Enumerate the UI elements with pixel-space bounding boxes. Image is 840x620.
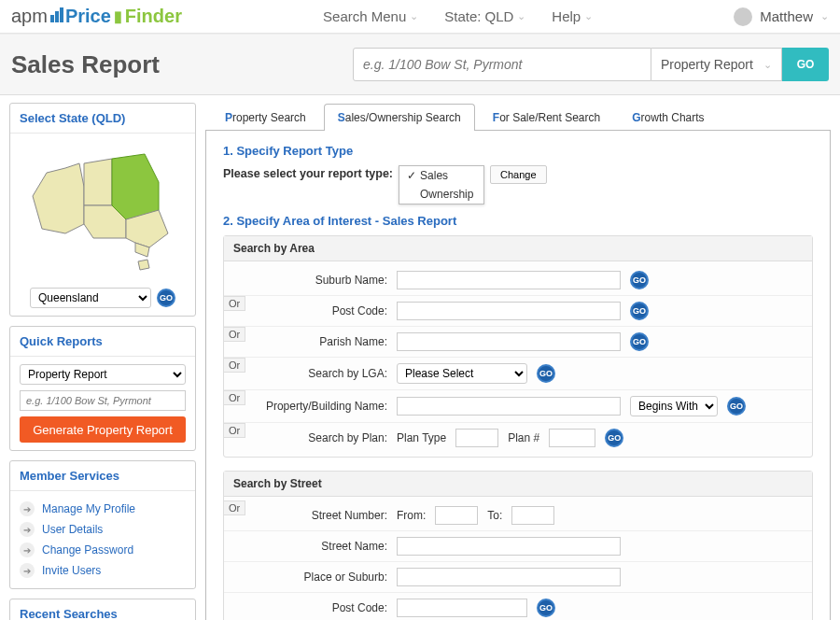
street-name-label: Street Name: — [233, 540, 387, 553]
dropdown-option-sales[interactable]: ✓Sales — [399, 166, 483, 185]
postcode-label: Post Code: — [233, 304, 387, 317]
search-by-street-group: Search by Street Or Street Number: From:… — [223, 471, 813, 620]
or-badge: Or — [223, 500, 245, 515]
generate-report-button[interactable]: Generate Property Report — [20, 416, 186, 443]
property-name-label: Property/Building Name: — [233, 400, 387, 413]
top-nav: Search Menu ⌄ State: QLD ⌄ Help ⌄ — [323, 8, 593, 24]
nav-help-label: Help — [552, 8, 581, 24]
tab-content: 1. Specify Report Type Please select you… — [205, 131, 831, 620]
or-badge: Or — [223, 423, 245, 438]
global-search: Property Report ⌄ GO — [353, 48, 829, 81]
tab-sales-ownership[interactable]: Sales/Ownership Search — [324, 104, 475, 131]
chevron-down-icon: ⌄ — [584, 10, 593, 22]
street-number-label: Street Number: — [233, 509, 387, 522]
street-from-input[interactable] — [435, 506, 478, 525]
logo-bars-icon — [49, 6, 63, 27]
tab-property-search[interactable]: Property Search — [211, 104, 320, 131]
sidebar: Select State (QLD) Queensland GO — [9, 103, 196, 620]
nav-help[interactable]: Help ⌄ — [552, 8, 593, 24]
tab-for-sale-rent[interactable]: For Sale/Rent Search — [479, 104, 614, 131]
ms-manage-profile[interactable]: ➔Manage My Profile — [20, 499, 186, 519]
plan-no-label: Plan # — [508, 431, 539, 444]
plan-type-input[interactable] — [455, 429, 498, 447]
search-by-area-head: Search by Area — [224, 236, 812, 261]
nav-search-menu[interactable]: Search Menu ⌄ — [323, 8, 418, 24]
chevron-down-icon: ⌄ — [517, 10, 525, 22]
street-to-input[interactable] — [511, 506, 554, 525]
australia-map-icon[interactable] — [28, 145, 177, 275]
or-badge: Or — [223, 327, 245, 342]
parish-label: Parish Name: — [233, 335, 387, 348]
logo-price: Price — [65, 6, 111, 27]
ms-user-details[interactable]: ➔User Details — [20, 519, 186, 540]
report-type-dropdown[interactable]: ✓Sales Ownership — [399, 165, 484, 204]
global-search-type-select[interactable]: Property Report ⌄ — [651, 48, 782, 81]
chevron-down-icon: ⌄ — [763, 59, 772, 71]
or-badge: Or — [223, 296, 245, 311]
logo-apm: apm — [11, 6, 48, 27]
from-label: From: — [397, 509, 426, 522]
to-label: To: — [487, 509, 502, 522]
quick-report-type-select[interactable]: Property Report — [20, 364, 186, 385]
tab-bar: Property Search Sales/Ownership Search F… — [205, 103, 831, 131]
search-by-area-group: Search by Area Suburb Name: GO Or Post C… — [223, 235, 813, 458]
logo[interactable]: apm Price ▮ Finder — [11, 6, 182, 27]
arrow-right-icon: ➔ — [20, 563, 35, 578]
title-bar: Sales Report Property Report ⌄ GO — [0, 34, 840, 95]
logo-finder: Finder — [125, 6, 182, 27]
lga-go-button[interactable]: GO — [537, 364, 555, 383]
or-badge: Or — [223, 390, 245, 405]
plan-go-button[interactable]: GO — [605, 429, 623, 447]
recent-searches-title: Recent Searches — [10, 599, 195, 620]
section2-title: 2. Specify Area of Interest - Sales Repo… — [223, 214, 813, 228]
chevron-down-icon: ⌄ — [410, 10, 418, 22]
property-name-input[interactable] — [397, 397, 621, 416]
begins-with-select[interactable]: Begins With — [630, 396, 718, 416]
suburb-go-button[interactable]: GO — [630, 271, 649, 289]
nav-state[interactable]: State: QLD ⌄ — [444, 8, 525, 24]
or-badge: Or — [223, 358, 245, 373]
postcode-go-button[interactable]: GO — [630, 302, 649, 320]
parish-go-button[interactable]: GO — [630, 332, 649, 351]
parish-input[interactable] — [397, 332, 621, 351]
street-postcode-input[interactable] — [397, 599, 527, 617]
place-suburb-input[interactable] — [397, 568, 621, 586]
ms-invite-users[interactable]: ➔Invite Users — [20, 560, 186, 581]
change-button[interactable]: Change — [490, 165, 547, 184]
global-search-input[interactable] — [353, 48, 651, 81]
section1-title: 1. Specify Report Type — [223, 144, 813, 158]
street-go-button[interactable]: GO — [537, 599, 555, 617]
user-menu[interactable]: Matthew ⌄ — [734, 7, 829, 26]
quick-report-address-input[interactable] — [20, 390, 186, 411]
arrow-right-icon: ➔ — [20, 542, 35, 557]
street-postcode-label: Post Code: — [233, 601, 387, 614]
plan-no-input[interactable] — [549, 429, 595, 447]
chevron-down-icon: ⌄ — [820, 10, 829, 22]
avatar-icon — [734, 7, 752, 26]
suburb-input[interactable] — [397, 271, 621, 289]
postcode-input[interactable] — [397, 302, 621, 320]
global-search-go-button[interactable]: GO — [782, 48, 829, 81]
recent-searches-panel: Recent Searches ➔15 ALDINGA PL✕ ➔188 LYN… — [9, 599, 196, 620]
nav-state-prefix: State: — [444, 8, 481, 24]
tab-growth-charts[interactable]: Growth Charts — [618, 104, 718, 131]
page-title: Sales Report — [11, 50, 160, 79]
member-services-panel: Member Services ➔Manage My Profile ➔User… — [9, 460, 196, 589]
property-name-go-button[interactable]: GO — [727, 397, 746, 416]
global-search-type-label: Property Report — [661, 57, 753, 72]
dropdown-option-ownership[interactable]: Ownership — [399, 185, 483, 204]
state-go-button[interactable]: GO — [157, 289, 175, 307]
street-name-input[interactable] — [397, 537, 621, 556]
quick-reports-panel: Quick Reports Property Report Generate P… — [9, 326, 196, 451]
lga-label: Search by LGA: — [233, 367, 387, 380]
lga-select[interactable]: Please Select — [397, 363, 527, 384]
plan-label: Search by Plan: — [233, 431, 387, 444]
report-type-label: Please select your report type: — [223, 165, 393, 180]
place-suburb-label: Place or Suburb: — [233, 571, 387, 584]
state-select[interactable]: Queensland — [30, 288, 151, 308]
ms-change-password[interactable]: ➔Change Password — [20, 540, 186, 560]
plan-type-label: Plan Type — [397, 431, 446, 444]
select-state-title: Select State (QLD) — [10, 104, 195, 134]
arrow-right-icon: ➔ — [20, 522, 35, 537]
member-services-title: Member Services — [10, 461, 195, 491]
